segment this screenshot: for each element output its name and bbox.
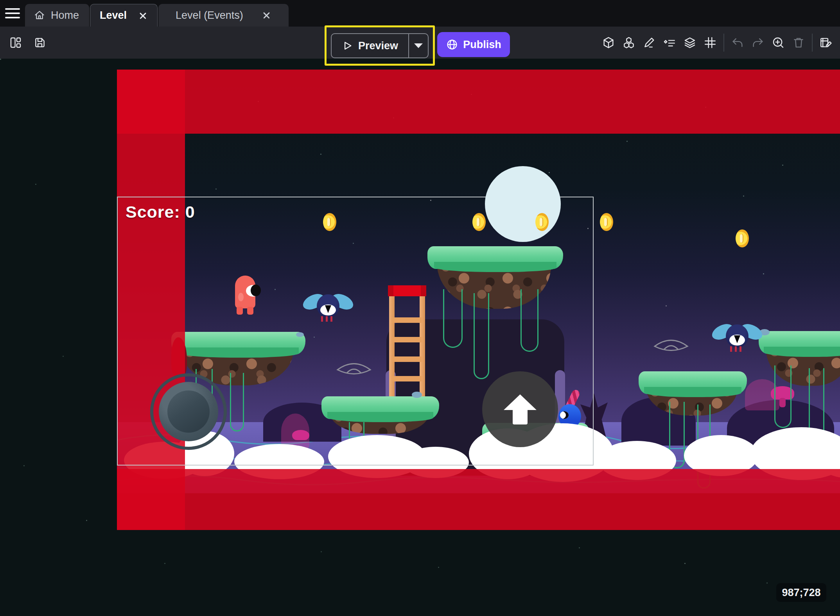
platform-right-middle[interactable]: [639, 371, 747, 415]
toolbar-divider: [812, 34, 813, 52]
globe-icon: [446, 38, 458, 51]
toolbar: Preview Publish: [0, 27, 840, 59]
toolbar-left-group: [5, 27, 50, 59]
red-zone-bottom[interactable]: [117, 469, 840, 530]
score-text[interactable]: Score: 0: [126, 202, 195, 222]
preview-button-main[interactable]: Preview: [332, 34, 408, 57]
tab-home[interactable]: Home: [25, 4, 89, 27]
tab-label: Level: [100, 9, 127, 21]
coin[interactable]: [600, 213, 613, 231]
save-icon: [33, 36, 47, 49]
preview-label: Preview: [358, 40, 398, 52]
chevron-down-icon: [414, 43, 423, 48]
publish-label: Publish: [463, 39, 501, 51]
jump-button[interactable]: [482, 371, 558, 447]
coin[interactable]: [736, 229, 749, 247]
cursor-coordinates: 987;728: [776, 583, 826, 602]
pencil-icon: [643, 36, 656, 49]
up-arrow-icon: [504, 394, 537, 410]
grid-button[interactable]: [700, 32, 720, 54]
tab-level-events[interactable]: Level (Events): [158, 4, 289, 27]
add-object-button[interactable]: [598, 32, 619, 54]
fly-enemy[interactable]: [711, 324, 763, 355]
toolbar-right-group: [598, 27, 836, 59]
moon[interactable]: [485, 166, 561, 242]
tab-label: Home: [51, 9, 79, 21]
redo-icon: [751, 36, 765, 49]
red-zone-top[interactable]: [117, 70, 840, 134]
panels-layout-button[interactable]: [5, 32, 26, 54]
close-icon[interactable]: [262, 11, 271, 20]
save-button[interactable]: [30, 32, 50, 54]
cube-icon: [602, 36, 615, 49]
undo-button[interactable]: [727, 32, 748, 54]
trash-icon: [792, 36, 805, 49]
vine: [774, 365, 792, 428]
eye-decoration: [653, 337, 689, 355]
instances-list-button[interactable]: [659, 32, 680, 54]
edit-object-button[interactable]: [639, 32, 659, 54]
edit-scene-properties-button[interactable]: [816, 32, 836, 54]
instances-icon: [663, 36, 676, 49]
layers-button[interactable]: [680, 32, 700, 54]
close-icon[interactable]: [138, 11, 148, 20]
hamburger-menu-button[interactable]: [0, 0, 25, 27]
layout-icon: [9, 36, 22, 49]
hamburger-icon: [5, 8, 20, 10]
scene-editor-canvas[interactable]: Score: 0 987;728: [0, 59, 840, 616]
coin[interactable]: [472, 213, 486, 231]
scene-edit-icon: [819, 36, 833, 49]
app-window: Home Level Level (Events) Preview: [0, 0, 840, 616]
grid-icon: [704, 36, 717, 49]
home-icon: [34, 9, 45, 21]
joystick-knob[interactable]: [167, 390, 210, 433]
cubes-icon: [622, 36, 635, 49]
preview-highlight-box: Preview: [325, 25, 435, 66]
zoom-in-icon: [772, 36, 785, 49]
platform-far-right[interactable]: [759, 331, 840, 386]
coin[interactable]: [323, 213, 336, 231]
redo-button[interactable]: [748, 32, 768, 54]
tab-bar: Home Level Level (Events): [0, 0, 840, 27]
publish-button[interactable]: Publish: [437, 32, 510, 57]
zoom-in-button[interactable]: [768, 32, 788, 54]
coin[interactable]: [535, 213, 549, 231]
undo-icon: [731, 36, 744, 49]
joystick-control[interactable]: [150, 373, 227, 450]
toolbar-divider: [723, 34, 724, 52]
game-scene: Score: 0: [117, 70, 840, 530]
delete-button[interactable]: [788, 32, 809, 54]
layers-icon: [683, 36, 696, 49]
tab-label: Level (Events): [176, 9, 243, 21]
tab-level[interactable]: Level: [90, 4, 158, 27]
objects-list-button[interactable]: [619, 32, 639, 54]
preview-button[interactable]: Preview: [331, 33, 429, 58]
play-icon: [342, 40, 353, 51]
preview-options-dropdown[interactable]: [408, 34, 428, 57]
